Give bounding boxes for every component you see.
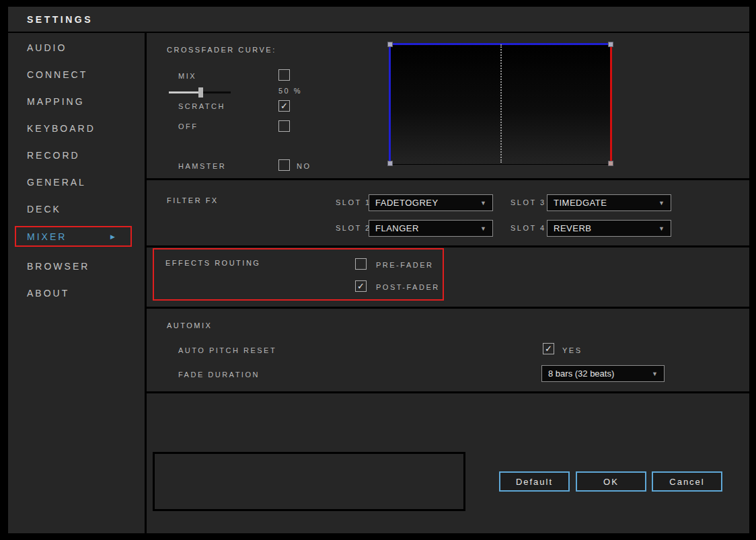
submenu-arrow-icon: ▶ — [110, 233, 117, 240]
description-box — [153, 452, 465, 511]
ok-button[interactable]: OK — [576, 471, 646, 492]
dropdown-arrow-icon: ▼ — [652, 371, 658, 377]
sidebar-item-keyboard[interactable]: KEYBOARD — [8, 115, 145, 142]
curve-handle-top-left[interactable] — [387, 42, 393, 47]
sidebar-item-record[interactable]: RECORD — [8, 142, 145, 169]
dropdown-arrow-icon: ▼ — [658, 225, 665, 232]
slot1-value: FADETOGREY — [375, 198, 439, 208]
sidebar-item-label: KEYBOARD — [27, 123, 96, 134]
sidebar-item-connect[interactable]: CONNECT — [8, 61, 145, 88]
mix-amount-slider[interactable] — [169, 87, 231, 98]
post-fader-label: POST-FADER — [376, 283, 440, 291]
slot3-dropdown[interactable]: TIMEDGATE ▼ — [547, 194, 671, 211]
fade-duration-value: 8 bars (32 beats) — [548, 369, 614, 379]
slot4-label: SLOT 4 — [511, 224, 546, 232]
slider-thumb[interactable] — [198, 87, 203, 98]
off-checkbox[interactable] — [278, 120, 290, 132]
hamster-label: HAMSTER — [178, 162, 226, 170]
sidebar-item-label: MIXER — [27, 231, 67, 242]
page-title: SETTINGS — [27, 14, 93, 25]
curve-right-channel-edge — [610, 43, 612, 164]
slot3-value: TIMEDGATE — [554, 198, 607, 208]
hamster-value-label: NO — [297, 162, 311, 170]
slider-track-empty — [201, 91, 231, 93]
curve-left-channel-edge — [389, 43, 391, 164]
sidebar-item-browser[interactable]: BROWSER — [8, 253, 145, 280]
cancel-button[interactable]: Cancel — [652, 471, 722, 492]
filter-fx-section: FILTER FX SLOT 1 FADETOGREY ▼ SLOT 2 FLA… — [147, 180, 749, 247]
slot1-label: SLOT 1 — [336, 198, 371, 206]
default-button[interactable]: Default — [499, 471, 570, 492]
slot3-label: SLOT 3 — [511, 198, 546, 206]
curve-center-line — [500, 44, 502, 163]
sidebar-item-label: BROWSER — [27, 261, 89, 272]
sidebar-item-label: MAPPING — [27, 96, 85, 107]
curve-handle-top-right[interactable] — [608, 42, 613, 47]
sidebar-item-about[interactable]: ABOUT — [8, 280, 145, 307]
slot2-label: SLOT 2 — [336, 224, 371, 232]
off-option-label: OFF — [178, 122, 198, 130]
slot2-dropdown[interactable]: FLANGER ▼ — [369, 220, 493, 237]
sidebar-item-label: ABOUT — [27, 288, 69, 299]
effects-routing-section: EFFECTS ROUTING PRE-FADER ✓ POST-FADER — [147, 247, 749, 309]
mix-amount-value: 50 % — [278, 87, 302, 95]
post-fader-checkbox[interactable]: ✓ — [355, 280, 367, 292]
sidebar-item-label: CONNECT — [27, 69, 87, 80]
curve-handle-bottom-right[interactable] — [608, 161, 613, 166]
effects-routing-highlight-box: EFFECTS ROUTING PRE-FADER ✓ POST-FADER — [153, 248, 444, 301]
auto-pitch-reset-value-label: YES — [562, 346, 582, 354]
slot2-value: FLANGER — [375, 223, 419, 233]
scratch-option-label: SCRATCH — [178, 102, 225, 110]
title-bar: SETTINGS — [8, 7, 749, 32]
sidebar-item-label: AUDIO — [27, 42, 67, 53]
pre-fader-checkbox[interactable] — [355, 258, 367, 270]
sidebar-item-mixer[interactable]: MIXER ▶ — [15, 226, 132, 247]
crossfader-curve-section: CROSSFADER CURVE: MIX 50 % SCRATCH ✓ OFF… — [147, 33, 749, 180]
fade-duration-label: FADE DURATION — [178, 371, 260, 379]
curve-handle-bottom-left[interactable] — [387, 161, 393, 166]
pre-fader-label: PRE-FADER — [376, 261, 433, 269]
sidebar-item-label: RECORD — [27, 150, 80, 161]
crossfader-curve-label: CROSSFADER CURVE: — [167, 46, 276, 54]
hamster-checkbox[interactable] — [278, 159, 290, 171]
dropdown-arrow-icon: ▼ — [480, 200, 486, 206]
sidebar-item-mapping[interactable]: MAPPING — [8, 88, 145, 115]
sidebar-item-label: GENERAL — [27, 177, 86, 188]
filter-fx-label: FILTER FX — [167, 196, 219, 204]
main-panel: CROSSFADER CURVE: MIX 50 % SCRATCH ✓ OFF… — [147, 33, 749, 533]
slot4-value: REVERB — [554, 223, 591, 233]
scratch-checkbox[interactable]: ✓ — [278, 100, 290, 112]
auto-pitch-reset-checkbox[interactable]: ✓ — [543, 343, 554, 354]
automix-section: AUTOMIX AUTO PITCH RESET ✓ YES FADE DURA… — [147, 309, 749, 393]
sidebar-item-general[interactable]: GENERAL — [8, 169, 145, 196]
dropdown-arrow-icon: ▼ — [480, 225, 486, 232]
mix-option-label: MIX — [178, 72, 196, 80]
footer-section: Default OK Cancel — [147, 393, 749, 533]
fade-duration-dropdown[interactable]: 8 bars (32 beats) ▼ — [541, 365, 665, 382]
slot1-dropdown[interactable]: FADETOGREY ▼ — [369, 194, 493, 211]
sidebar-item-label: DECK — [27, 204, 61, 215]
slider-track-filled — [169, 91, 201, 93]
auto-pitch-reset-label: AUTO PITCH RESET — [178, 346, 276, 354]
crossfader-curve-graph[interactable] — [389, 43, 612, 165]
sidebar: AUDIO CONNECT MAPPING KEYBOARD RECORD GE… — [8, 33, 145, 533]
mix-checkbox[interactable] — [278, 69, 290, 81]
sidebar-item-deck[interactable]: DECK — [8, 196, 145, 223]
effects-routing-label: EFFECTS ROUTING — [165, 259, 260, 267]
sidebar-item-audio[interactable]: AUDIO — [8, 34, 145, 61]
slot4-dropdown[interactable]: REVERB ▼ — [547, 220, 671, 237]
automix-label: AUTOMIX — [167, 321, 212, 330]
dropdown-arrow-icon: ▼ — [658, 200, 665, 206]
